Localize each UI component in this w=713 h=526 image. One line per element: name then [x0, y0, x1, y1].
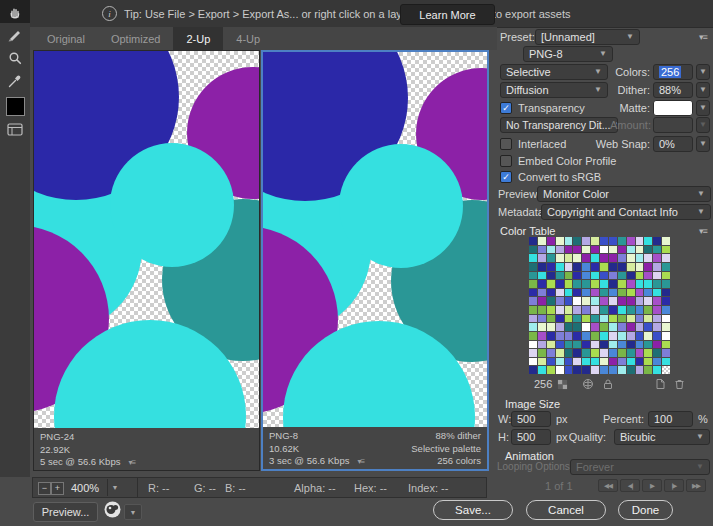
- color-swatch[interactable]: [609, 358, 617, 366]
- color-swatch[interactable]: [538, 341, 546, 349]
- color-swatch[interactable]: [662, 280, 670, 288]
- color-swatch[interactable]: [662, 306, 670, 314]
- color-swatch[interactable]: [627, 254, 635, 262]
- color-swatch[interactable]: [556, 280, 564, 288]
- color-swatch[interactable]: [618, 358, 626, 366]
- tab-4-up[interactable]: 4-Up: [223, 27, 273, 50]
- transparency-dither-dropdown[interactable]: No Transparency Dit...▼: [500, 117, 618, 133]
- color-swatch[interactable]: [618, 315, 626, 323]
- preset-dropdown[interactable]: [Unnamed]▼: [535, 29, 640, 45]
- color-swatch[interactable]: [582, 280, 590, 288]
- color-swatch[interactable]: [591, 254, 599, 262]
- web-shift-icon[interactable]: [582, 378, 594, 390]
- tab-optimized[interactable]: Optimized: [98, 27, 174, 50]
- color-swatch[interactable]: [556, 297, 564, 305]
- color-swatch[interactable]: [547, 349, 555, 357]
- interlaced-checkbox[interactable]: ✓: [500, 138, 512, 150]
- color-swatch[interactable]: [653, 246, 661, 254]
- color-swatch[interactable]: [609, 254, 617, 262]
- color-swatch[interactable]: [609, 366, 617, 374]
- color-table-grid[interactable]: [529, 237, 670, 374]
- color-swatch[interactable]: [662, 246, 670, 254]
- percent-field[interactable]: 100: [648, 411, 693, 427]
- color-swatch[interactable]: [600, 289, 608, 297]
- color-swatch[interactable]: [644, 341, 652, 349]
- color-swatch[interactable]: [600, 366, 608, 374]
- color-swatch[interactable]: [653, 280, 661, 288]
- color-swatch[interactable]: [618, 323, 626, 331]
- color-swatch[interactable]: [556, 272, 564, 280]
- color-swatch[interactable]: [529, 289, 537, 297]
- preview-canvas-optimized[interactable]: [263, 52, 487, 427]
- color-swatch[interactable]: [538, 280, 546, 288]
- color-swatch[interactable]: [627, 263, 635, 271]
- dither-method-dropdown[interactable]: Diffusion▼: [500, 82, 608, 98]
- color-swatch[interactable]: [565, 289, 573, 297]
- color-swatch[interactable]: [662, 323, 670, 331]
- color-swatch[interactable]: [662, 272, 670, 280]
- color-swatch[interactable]: [565, 280, 573, 288]
- color-swatch[interactable]: [609, 289, 617, 297]
- color-swatch[interactable]: [591, 297, 599, 305]
- preview-canvas-original[interactable]: [34, 51, 259, 428]
- color-swatch[interactable]: [591, 315, 599, 323]
- color-swatch[interactable]: [565, 254, 573, 262]
- color-swatch[interactable]: [618, 349, 626, 357]
- color-swatch[interactable]: [609, 237, 617, 245]
- color-swatch[interactable]: [556, 349, 564, 357]
- color-swatch[interactable]: [662, 332, 670, 340]
- color-swatch[interactable]: [547, 341, 555, 349]
- color-swatch[interactable]: [582, 289, 590, 297]
- color-swatch[interactable]: [644, 358, 652, 366]
- color-swatch[interactable]: [653, 341, 661, 349]
- color-swatch[interactable]: [573, 306, 581, 314]
- color-swatch[interactable]: [538, 254, 546, 262]
- color-swatch[interactable]: [591, 246, 599, 254]
- new-color-icon[interactable]: [655, 378, 666, 390]
- first-frame-button[interactable]: ◀◀: [598, 479, 618, 492]
- preview-pane-optimized[interactable]: PNG-8 10.62K 3 sec @ 56.6 Kbps▾≡ 88% dit…: [261, 50, 489, 471]
- pane-info-menu-icon[interactable]: ▾≡: [357, 456, 364, 469]
- color-swatch[interactable]: [573, 254, 581, 262]
- color-swatch[interactable]: [600, 237, 608, 245]
- color-swatch[interactable]: [627, 289, 635, 297]
- color-swatch[interactable]: [644, 349, 652, 357]
- color-swatch[interactable]: [556, 289, 564, 297]
- color-swatch[interactable]: [627, 358, 635, 366]
- color-swatch[interactable]: [538, 323, 546, 331]
- color-swatch[interactable]: [636, 254, 644, 262]
- color-swatch[interactable]: [591, 341, 599, 349]
- color-swatch[interactable]: [529, 246, 537, 254]
- color-swatch[interactable]: [582, 323, 590, 331]
- color-swatch[interactable]: [600, 254, 608, 262]
- color-swatch[interactable]: [636, 272, 644, 280]
- save-button[interactable]: Save...: [433, 500, 513, 520]
- cancel-button[interactable]: Cancel: [526, 500, 606, 520]
- color-swatch[interactable]: [618, 341, 626, 349]
- color-swatch[interactable]: [644, 263, 652, 271]
- previous-frame-button[interactable]: ◀|: [620, 479, 640, 492]
- color-swatch[interactable]: [636, 237, 644, 245]
- color-swatch[interactable]: [538, 263, 546, 271]
- color-swatch[interactable]: [644, 297, 652, 305]
- color-swatch[interactable]: [556, 315, 564, 323]
- color-swatch[interactable]: [662, 289, 670, 297]
- next-frame-button[interactable]: |▶: [664, 479, 684, 492]
- color-swatch[interactable]: [591, 263, 599, 271]
- slice-select-tool[interactable]: [0, 23, 30, 46]
- color-swatch[interactable]: [556, 254, 564, 262]
- color-swatch[interactable]: [565, 332, 573, 340]
- color-swatch[interactable]: [591, 366, 599, 374]
- web-snap-stepper[interactable]: ▼: [696, 136, 710, 152]
- color-swatch[interactable]: [644, 254, 652, 262]
- color-swatch[interactable]: [662, 358, 670, 366]
- color-swatch[interactable]: [565, 237, 573, 245]
- color-swatch[interactable]: [538, 332, 546, 340]
- color-swatch[interactable]: [644, 289, 652, 297]
- color-swatch[interactable]: [618, 280, 626, 288]
- color-swatch[interactable]: [565, 358, 573, 366]
- color-swatch[interactable]: [556, 306, 564, 314]
- color-swatch[interactable]: [591, 272, 599, 280]
- color-swatch[interactable]: [556, 332, 564, 340]
- color-swatch[interactable]: [547, 315, 555, 323]
